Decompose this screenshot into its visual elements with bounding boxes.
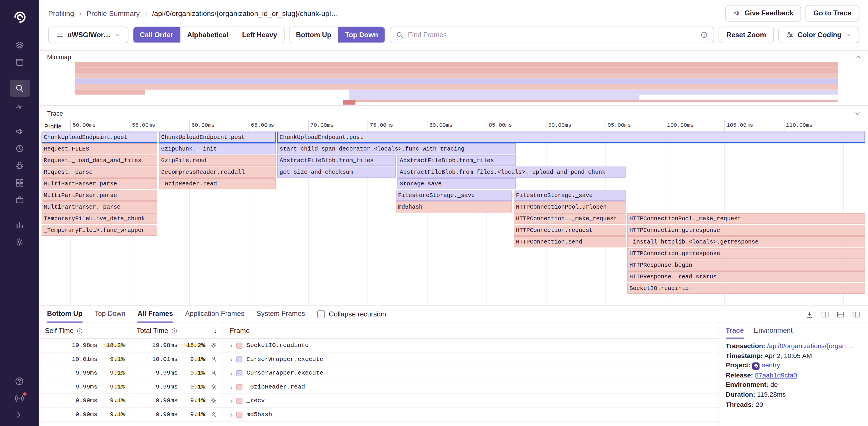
flame-frame[interactable]: Request.FILES <box>41 143 157 154</box>
flame-frame[interactable]: FilestoreStorage._save <box>514 190 626 201</box>
flame-frame[interactable]: HTTPConnectionPool._make_request <box>627 213 865 224</box>
breadcrumb-profiling[interactable]: Profiling <box>48 9 74 18</box>
tab-all-frames[interactable]: All Frames <box>137 306 173 323</box>
flame-frame[interactable]: ChunkUploadEndpoint.post <box>159 132 276 143</box>
sidebar-item-alerts[interactable] <box>9 124 30 139</box>
find-frames-input[interactable] <box>408 31 696 39</box>
collapse-recursion-toggle[interactable]: Collapse recursion <box>317 310 386 318</box>
self-time-header[interactable]: Self Time <box>39 323 131 338</box>
table-row[interactable]: 9.99ms9.1%9.99ms9.1%›_GzipReader.read <box>39 380 719 394</box>
sidebar-expand-chevron-icon[interactable] <box>14 411 23 419</box>
flame-frame[interactable]: HTTPConnectionPool.urlopen <box>514 201 626 212</box>
flame-frame[interactable]: AbstractFileBlob.from_files <box>397 155 516 166</box>
flame-frame[interactable]: AbstractFileBlob.from_files.<locals>._up… <box>397 166 626 177</box>
color-coding-button[interactable]: Color Coding <box>778 27 859 43</box>
table-row[interactable]: 9.99ms9.1%9.99ms9.1%›md5hash <box>39 408 719 422</box>
flame-frame[interactable]: GzipChunk.__init__ <box>159 143 276 154</box>
expand-chevron-icon[interactable]: › <box>230 396 232 405</box>
tab-bottom-up[interactable]: Bottom Up <box>47 306 83 323</box>
flame-frame[interactable]: md5hash <box>396 201 512 212</box>
call-order-button[interactable]: Call Order <box>133 27 181 42</box>
detail-value[interactable]: sentry <box>762 361 780 369</box>
thread-selector-button[interactable]: uWSGIWor… <box>48 27 128 43</box>
give-feedback-button[interactable]: Give Feedback <box>725 5 801 22</box>
tab-system-frames[interactable]: System Frames <box>256 306 305 323</box>
layout-split-vertical-icon[interactable] <box>821 310 829 319</box>
sentry-logo-icon[interactable] <box>10 8 29 27</box>
flame-frame[interactable]: HTTPConnection.getresponse <box>627 225 865 236</box>
flamegraph-canvas[interactable]: ChunkUploadEndpoint.postChunkUploadEndpo… <box>41 132 866 305</box>
expand-chevron-icon[interactable]: › <box>230 369 232 377</box>
flame-frame[interactable]: _GzipReader.read <box>159 178 276 189</box>
sidebar-item-issues[interactable] <box>9 37 30 52</box>
table-row[interactable]: 19.98ms18.2%19.98ms18.2%›SocketIO.readin… <box>39 338 719 353</box>
alphabetical-button[interactable]: Alphabetical <box>181 27 236 42</box>
flame-frame[interactable]: GzipFile.read <box>159 155 276 166</box>
flame-frame[interactable]: AbstractFileBlob.from_files <box>277 155 396 166</box>
layout-split-horizontal-icon[interactable] <box>836 310 845 319</box>
total-time-header[interactable]: Total Time ↓ <box>131 323 223 338</box>
table-row[interactable]: 10.01ms9.1%10.01ms9.1%›CursorWrapper.exe… <box>39 353 719 366</box>
left-heavy-button[interactable]: Left Heavy <box>236 27 284 42</box>
sidebar-item-settings[interactable] <box>9 234 30 249</box>
bottom-up-button[interactable]: Bottom Up <box>289 27 338 42</box>
table-row[interactable]: 9.99ms9.1%9.99ms9.1%›_recv <box>39 394 719 408</box>
expand-chevron-icon[interactable]: › <box>230 355 232 363</box>
info-icon[interactable] <box>701 31 708 39</box>
flame-frame[interactable]: _install_httplib.<locals>.getresponse <box>627 236 865 247</box>
expand-chevron-icon[interactable]: › <box>230 383 232 391</box>
flame-frame[interactable]: MultiPartParser.parse <box>41 190 157 201</box>
flame-frame[interactable]: MultiPartParser._parse <box>41 201 157 212</box>
flame-frame[interactable]: Request._load_data_and_files <box>41 155 157 166</box>
breadcrumb-profile-summary[interactable]: Profile Summary <box>87 9 140 18</box>
sidebar-item-performance[interactable] <box>9 99 30 114</box>
sidebar-item-stats[interactable] <box>9 217 30 232</box>
flame-frame[interactable]: HTTPResponse.begin <box>627 260 865 270</box>
tab-application-frames[interactable]: Application Frames <box>185 306 245 323</box>
sidebar-item-feedback[interactable] <box>9 158 30 173</box>
flame-frame[interactable]: _TemporaryFile…>.func_wrapper <box>41 225 157 236</box>
flame-frame[interactable]: ChunkUploadEndpoint.post <box>41 132 157 143</box>
flame-frame[interactable]: FilestoreStorage._save <box>396 190 512 201</box>
reset-zoom-button[interactable]: Reset Zoom <box>719 27 774 43</box>
broadcast-icon[interactable] <box>14 393 24 403</box>
flame-frame[interactable]: HTTPConnection.send <box>514 236 626 247</box>
download-icon[interactable] <box>806 310 814 319</box>
flame-frame[interactable]: Request._parse <box>41 166 157 177</box>
chevron-down-icon[interactable] <box>854 110 861 117</box>
help-icon[interactable] <box>14 376 24 386</box>
tab-trace[interactable]: Trace <box>726 323 744 338</box>
flame-frame[interactable]: Storage.save <box>397 178 516 189</box>
chevron-up-icon[interactable] <box>854 53 861 60</box>
tab-top-down[interactable]: Top Down <box>94 306 125 323</box>
go-to-trace-button[interactable]: Go to Trace <box>806 5 859 22</box>
tab-environment[interactable]: Environment <box>754 323 793 338</box>
flame-frame[interactable]: ChunkUploadEndpoint.post <box>277 132 865 143</box>
flame-frame[interactable]: HTTPResponse._read_status <box>627 271 865 282</box>
flame-frame[interactable]: HTTPConnection.getresponse <box>627 248 865 259</box>
flame-frame[interactable]: HTTPConnection…._make_request <box>514 213 626 224</box>
layout-sidebar-icon[interactable] <box>852 310 861 319</box>
sidebar-item-explore[interactable] <box>9 79 30 97</box>
minimap-canvas[interactable] <box>75 62 838 104</box>
top-down-button[interactable]: Top Down <box>338 27 384 42</box>
sort-descending-icon[interactable]: ↓ <box>213 327 217 335</box>
sidebar-item-crons[interactable] <box>9 141 30 156</box>
flame-frame[interactable]: get_size_and_checksum <box>277 166 396 177</box>
detail-value[interactable]: 87aab1d9cfa0 <box>755 371 797 379</box>
expand-chevron-icon[interactable]: › <box>230 341 232 350</box>
sidebar-item-discover[interactable] <box>9 193 30 207</box>
bottom-panel-body: Self Time Total Time ↓ Frame 19.98ms18.2… <box>39 323 868 426</box>
flame-frame[interactable]: TemporaryFileU…ive_data_chunk <box>41 213 157 224</box>
table-row[interactable]: 9.99ms9.1%9.99ms9.1%›CursorWrapper.execu… <box>39 366 719 381</box>
sidebar-item-dashboards[interactable] <box>9 175 30 190</box>
detail-value[interactable]: /api/0/organizations/{organ… <box>767 342 852 350</box>
sidebar-item-projects[interactable] <box>9 55 30 70</box>
collapse-recursion-checkbox[interactable] <box>317 310 325 318</box>
flame-frame[interactable]: DecompressReader.readall <box>159 166 276 177</box>
flame-frame[interactable]: start_child_span_decorator.<locals>.func… <box>277 143 516 154</box>
flame-frame[interactable]: SocketIO.readinto <box>627 283 865 294</box>
flame-frame[interactable]: MultiPartParser.parse <box>41 178 157 189</box>
flame-frame[interactable]: HTTPConnection.request <box>514 225 626 236</box>
expand-chevron-icon[interactable]: › <box>230 410 232 419</box>
